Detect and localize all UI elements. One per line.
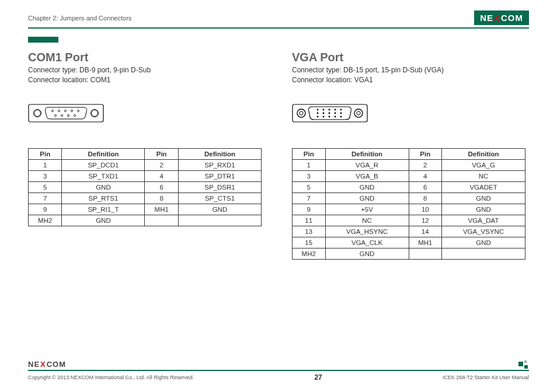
copyright-text: Copyright © 2013 NEXCOM International Co…	[28, 374, 194, 380]
table-row: 15VGA_CLKMH1GND	[293, 237, 525, 248]
pin-cell: 9	[29, 204, 62, 215]
brand-left: NE	[480, 13, 493, 23]
svg-point-18	[357, 111, 360, 114]
th-def: Definition	[178, 148, 261, 159]
definition-cell	[442, 248, 525, 259]
pin-cell: 2	[145, 159, 178, 170]
vga-connector-icon	[292, 98, 529, 128]
table-row: MH2GND	[293, 248, 525, 259]
brand-logo-top: NEXCOM	[474, 10, 529, 25]
pin-cell: 15	[293, 237, 326, 248]
vga-pin-table: Pin Definition Pin Definition 1VGA_R2VGA…	[292, 148, 525, 260]
svg-point-1	[34, 109, 41, 117]
th-def: Definition	[442, 148, 525, 159]
th-def: Definition	[62, 148, 145, 159]
table-row: 7GND8GND	[293, 192, 525, 204]
table-row: 1SP_DCD12SP_RXD1	[29, 159, 262, 170]
table-row: 9SP_RI1_TMH1GND	[29, 204, 262, 215]
pin-cell: 7	[293, 192, 326, 204]
com1-pin-table: Pin Definition Pin Definition 1SP_DCD12S…	[28, 148, 262, 226]
th-def: Definition	[325, 148, 409, 159]
pin-cell: 10	[409, 204, 442, 215]
definition-cell: NC	[442, 170, 525, 181]
pin-cell: 13	[293, 226, 326, 237]
definition-cell: VGA_CLK	[325, 237, 409, 248]
pin-cell: 5	[293, 181, 326, 192]
definition-cell: VGA_VSYNC	[442, 226, 525, 237]
definition-cell: SP_RTS1	[62, 192, 145, 204]
definition-cell: GND	[442, 192, 525, 204]
definition-cell: GND	[442, 204, 525, 215]
vga-section: VGA Port Connector type: DB-15 port, 15-…	[292, 51, 529, 260]
pin-cell: 3	[293, 170, 326, 181]
table-row: 11NC12VGA_DAT	[293, 215, 525, 226]
brand-x: X	[40, 360, 47, 369]
th-pin: Pin	[29, 148, 62, 159]
com1-title: COM1 Port	[28, 51, 265, 64]
definition-cell: GND	[62, 181, 145, 192]
brand-left: NE	[28, 360, 40, 369]
svg-point-19	[317, 108, 319, 110]
table-row: 5GND6SP_DSR1	[29, 181, 262, 192]
brand-right: COM	[47, 360, 66, 369]
pin-cell: 7	[29, 192, 62, 204]
section-tab	[28, 37, 58, 43]
header-rule	[28, 27, 529, 29]
definition-cell: GND	[62, 215, 145, 226]
definition-cell: VGA_HSYNC	[325, 226, 409, 237]
svg-point-27	[335, 112, 336, 114]
svg-point-26	[329, 112, 330, 114]
svg-point-21	[329, 108, 330, 110]
pin-cell: 14	[409, 226, 442, 237]
definition-cell: GND	[325, 192, 409, 204]
svg-point-3	[91, 109, 99, 117]
definition-cell: VGA_B	[325, 170, 409, 181]
svg-point-30	[323, 116, 325, 117]
vga-title: VGA Port	[292, 51, 529, 64]
table-row: 9+5V10GND	[293, 204, 525, 215]
page-number: 27	[314, 373, 322, 382]
definition-cell: SP_DCD1	[62, 159, 145, 170]
table-row: 1VGA_R2VGA_G	[293, 159, 525, 170]
pin-cell: 8	[145, 192, 178, 204]
pin-cell: 3	[29, 170, 62, 181]
table-row: 13VGA_HSYNC14VGA_VSYNC	[293, 226, 525, 237]
svg-point-33	[340, 116, 342, 117]
pin-cell	[409, 248, 442, 259]
th-pin: Pin	[293, 148, 326, 159]
svg-point-24	[317, 112, 319, 114]
com1-location: Connector location: COM1	[28, 75, 265, 85]
pin-cell: 9	[293, 204, 326, 215]
svg-point-16	[300, 111, 303, 114]
svg-point-28	[340, 112, 342, 114]
pin-cell: 5	[29, 181, 62, 192]
pin-cell: 6	[145, 181, 178, 192]
definition-cell	[178, 215, 261, 226]
vga-location: Connector location: VGA1	[292, 75, 529, 85]
definition-cell: VGADET	[442, 181, 525, 192]
brand-right: COM	[501, 13, 523, 23]
pin-cell: 1	[293, 159, 326, 170]
definition-cell: +5V	[325, 204, 409, 215]
th-pin: Pin	[145, 148, 178, 159]
pin-cell: MH2	[293, 248, 326, 259]
definition-cell: GND	[325, 181, 409, 192]
pin-cell	[145, 215, 178, 226]
pin-cell: 11	[293, 215, 326, 226]
definition-cell: NC	[325, 215, 409, 226]
svg-point-23	[340, 108, 342, 110]
pin-cell: MH2	[29, 215, 62, 226]
th-pin: Pin	[409, 148, 442, 159]
chapter-label: Chapter 2: Jumpers and Connectors	[28, 15, 131, 22]
manual-title: ICEK 268-T2 Starter Kit User Manual	[443, 374, 529, 380]
definition-cell: VGA_DAT	[442, 215, 525, 226]
pin-cell: 4	[145, 170, 178, 181]
definition-cell: GND	[325, 248, 409, 259]
table-row: 5GND6VGADET	[293, 181, 525, 192]
pin-cell: 2	[409, 159, 442, 170]
pin-cell: 8	[409, 192, 442, 204]
footer-rule	[28, 370, 529, 371]
com1-connector-icon	[28, 98, 265, 128]
pin-cell: 12	[409, 215, 442, 226]
definition-cell: SP_CTS1	[178, 192, 261, 204]
